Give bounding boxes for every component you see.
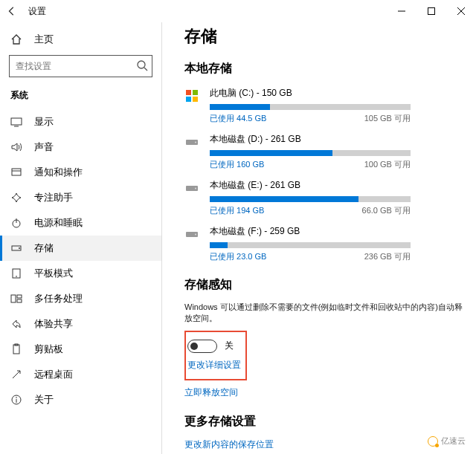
maximize-icon: [428, 7, 435, 15]
sidebar-item-notifications[interactable]: 通知和操作: [0, 160, 161, 185]
sidebar-item-label: 平板模式: [34, 267, 73, 280]
sidebar-item-focus[interactable]: 专注助手: [0, 185, 161, 210]
drive-row[interactable]: 本地磁盘 (D:) - 261 GB 已使用 160 GB100 GB 可用: [184, 133, 463, 170]
back-button[interactable]: [4, 4, 19, 19]
search-input[interactable]: [9, 55, 152, 77]
sidebar-item-label: 通知和操作: [34, 166, 83, 179]
watermark: 亿速云: [422, 432, 472, 450]
drive-row[interactable]: 本地磁盘 (E:) - 261 GB 已使用 194 GB66.0 GB 可用: [184, 179, 463, 216]
disk-icon: [184, 134, 199, 149]
arrow-left-icon: [7, 6, 17, 16]
titlebar: 设置: [0, 0, 476, 22]
pc-icon: [184, 88, 199, 103]
svg-point-4: [138, 61, 145, 68]
home-link[interactable]: 主页: [0, 27, 161, 52]
about-icon: [10, 394, 22, 406]
sidebar: 主页 系统 显示 声音 通知和操作 专注助手 电源和睡眠 存储 平板模式 多任务…: [0, 22, 162, 454]
change-detailed-settings-link[interactable]: 更改详细设置: [186, 359, 241, 372]
clipboard-icon: [10, 343, 22, 355]
svg-rect-26: [186, 97, 191, 102]
sidebar-item-share[interactable]: 体验共享: [0, 311, 161, 337]
sidebar-item-label: 专注助手: [34, 191, 73, 204]
usage-bar: [210, 150, 411, 156]
sidebar-item-about[interactable]: 关于: [0, 387, 161, 412]
drive-name: 本地磁盘 (E:) - 261 GB: [210, 179, 463, 192]
close-icon: [457, 7, 465, 15]
highlight-box: 关 更改详细设置: [184, 331, 247, 380]
sidebar-item-label: 电源和睡眠: [34, 216, 83, 230]
page-title: 存储: [184, 25, 463, 48]
sidebar-item-label: 剪贴板: [34, 343, 63, 356]
watermark-text: 亿速云: [441, 435, 466, 447]
svg-line-5: [144, 68, 147, 71]
focus-icon: [10, 192, 22, 204]
usage-bar: [210, 196, 411, 202]
change-save-location-link[interactable]: 更改新内容的保存位置: [184, 438, 463, 451]
sidebar-item-label: 存储: [34, 241, 54, 255]
svg-rect-19: [13, 345, 19, 354]
drive-row[interactable]: 此电脑 (C:) - 150 GB 已使用 44.5 GB105 GB 可用: [184, 87, 463, 124]
usage-bar: [210, 242, 411, 248]
sidebar-item-sound[interactable]: 声音: [0, 134, 161, 160]
content-pane: 存储 本地存储 此电脑 (C:) - 150 GB 已使用 44.5 GB105…: [162, 22, 476, 454]
local-storage-heading: 本地存储: [184, 61, 463, 77]
disk-icon: [184, 181, 199, 195]
svg-point-33: [195, 234, 196, 236]
sidebar-item-tablet[interactable]: 平板模式: [0, 261, 161, 286]
multitask-icon: [10, 293, 22, 305]
sidebar-item-label: 体验共享: [34, 317, 73, 331]
sidebar-item-display[interactable]: 显示: [0, 109, 161, 134]
search-box: [9, 55, 152, 77]
svg-rect-1: [428, 8, 435, 15]
sidebar-item-remote[interactable]: 远程桌面: [0, 362, 161, 387]
sidebar-item-clipboard[interactable]: 剪贴板: [0, 337, 161, 362]
sound-icon: [10, 141, 22, 153]
storage-icon: [10, 242, 22, 254]
section-heading: 系统: [0, 85, 161, 109]
used-label: 已使用 194 GB: [210, 205, 264, 216]
minimize-icon: [398, 7, 405, 15]
svg-rect-6: [11, 118, 22, 125]
window-title: 设置: [28, 5, 46, 18]
sidebar-item-label: 关于: [34, 393, 54, 406]
sidebar-item-label: 显示: [34, 115, 54, 129]
avail-label: 236 GB 可用: [364, 251, 411, 262]
sidebar-item-label: 多任务处理: [34, 292, 83, 305]
svg-rect-27: [193, 97, 198, 102]
drive-name: 此电脑 (C:) - 150 GB: [210, 87, 463, 100]
more-storage-heading: 更多存储设置: [184, 414, 463, 429]
sidebar-item-storage[interactable]: 存储: [0, 236, 161, 261]
remote-icon: [10, 369, 22, 380]
minimize-button[interactable]: [387, 0, 416, 22]
storage-sense-heading: 存储感知: [184, 277, 463, 293]
close-button[interactable]: [446, 0, 476, 22]
free-space-now-link[interactable]: 立即释放空间: [184, 386, 463, 399]
sidebar-item-multitask[interactable]: 多任务处理: [0, 286, 161, 311]
avail-label: 105 GB 可用: [364, 113, 411, 124]
drive-row[interactable]: 本地磁盘 (F:) - 259 GB 已使用 23.0 GB236 GB 可用: [184, 225, 463, 262]
window-controls: [387, 0, 476, 22]
home-label: 主页: [34, 33, 54, 46]
display-icon: [10, 116, 22, 128]
used-label: 已使用 23.0 GB: [210, 251, 266, 262]
storage-sense-desc: Windows 可以通过删除不需要的文件(例如临时文件和回收站中的内容)自动释放…: [184, 302, 463, 325]
search-icon: [136, 59, 148, 71]
disk-icon: [184, 227, 199, 241]
sidebar-item-label: 声音: [34, 140, 54, 154]
svg-rect-24: [186, 90, 191, 95]
toggle-label: 关: [225, 340, 234, 352]
power-icon: [10, 217, 22, 229]
share-icon: [10, 318, 22, 330]
watermark-icon: [428, 436, 438, 447]
svg-point-23: [16, 397, 17, 398]
storage-sense-toggle[interactable]: [187, 340, 217, 353]
svg-rect-8: [12, 169, 21, 175]
used-label: 已使用 160 GB: [210, 159, 264, 170]
svg-point-29: [195, 142, 196, 143]
sidebar-item-power[interactable]: 电源和睡眠: [0, 210, 161, 236]
maximize-button[interactable]: [416, 0, 446, 22]
svg-point-31: [195, 188, 196, 189]
tablet-icon: [10, 267, 22, 279]
drive-name: 本地磁盘 (D:) - 261 GB: [210, 133, 463, 146]
usage-bar: [210, 104, 411, 110]
